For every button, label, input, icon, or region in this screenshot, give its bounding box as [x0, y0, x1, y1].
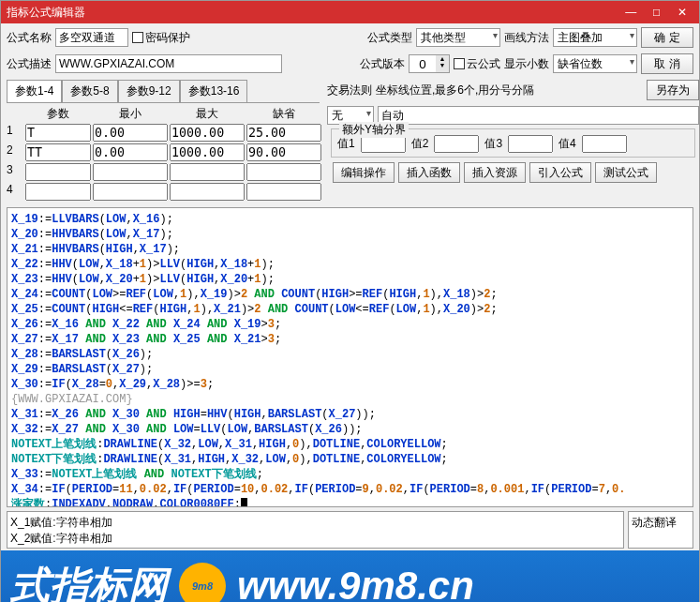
param-tabs: 参数1-4 参数5-8 参数9-12 参数13-16 [7, 80, 320, 103]
p4-name[interactable] [25, 183, 91, 201]
minimize-icon[interactable]: — [619, 1, 642, 23]
watermark-banner: 式指标网 9m8 www.9m8.cn [1, 550, 699, 602]
label-ruledesc: 坐标线位置,最多6个,用分号分隔 [376, 83, 643, 98]
p3-name[interactable] [25, 163, 91, 181]
maximize-icon[interactable]: □ [646, 1, 668, 23]
impf-button[interactable]: 引入公式 [529, 162, 591, 183]
tab-params-13-16[interactable]: 参数13-16 [180, 80, 248, 102]
hdr-max: 最大 [170, 106, 245, 122]
edit-button[interactable]: 编辑操作 [333, 162, 395, 183]
p2-name[interactable] [25, 143, 91, 161]
tab-params-9-12[interactable]: 参数9-12 [118, 80, 180, 102]
label-name: 公式名称 [7, 30, 52, 46]
v4-input[interactable] [582, 135, 627, 153]
param-grid: 参数 最小 最大 缺省 1 2 3 4 [1, 103, 320, 203]
p1-name[interactable] [25, 124, 91, 142]
dec-select[interactable]: 缺省位数 [553, 54, 637, 73]
saveas-button[interactable]: 另存为 [647, 80, 699, 100]
p3-max[interactable] [170, 163, 245, 181]
p1-def[interactable] [246, 124, 321, 142]
test-button[interactable]: 测试公式 [595, 162, 657, 183]
desc-input[interactable] [55, 54, 282, 73]
close-icon[interactable]: ✕ [671, 1, 693, 23]
v3-input[interactable] [508, 135, 553, 153]
window-controls: — □ ✕ [619, 1, 693, 23]
label-ver: 公式版本 [360, 56, 405, 72]
p1-min[interactable] [93, 124, 168, 142]
hdr-min: 最小 [93, 106, 168, 122]
hdr-name: 参数 [25, 106, 91, 122]
label-type: 公式类型 [367, 30, 412, 46]
window-title: 指标公式编辑器 [7, 1, 85, 23]
rule-input[interactable] [378, 106, 699, 125]
extra-y-fieldset: 额外Y轴分界 值1 值2 值3 值4 [331, 128, 695, 158]
p3-def[interactable] [246, 163, 321, 181]
formula-name-input[interactable] [55, 28, 128, 47]
pwd-checkbox[interactable]: 密码保护 [132, 30, 190, 46]
insfn-button[interactable]: 插入函数 [398, 162, 460, 183]
label-desc: 公式描述 [7, 56, 52, 72]
watermark-logo-icon: 9m8 [179, 563, 226, 602]
insres-button[interactable]: 插入资源 [464, 162, 526, 183]
p1-max[interactable] [170, 124, 245, 142]
p4-min[interactable] [93, 183, 168, 201]
p4-def[interactable] [246, 183, 321, 201]
version-spinner[interactable]: ▲▼ [409, 54, 450, 73]
p2-def[interactable] [246, 143, 321, 161]
cloud-checkbox[interactable]: 云公式 [454, 56, 500, 72]
tab-params-5-8[interactable]: 参数5-8 [62, 80, 117, 102]
p4-max[interactable] [170, 183, 245, 201]
tab-params-1-4[interactable]: 参数1-4 [7, 80, 62, 102]
title-bar: 指标公式编辑器 — □ ✕ [1, 1, 699, 23]
ok-button[interactable]: 确 定 [641, 27, 693, 48]
cancel-button[interactable]: 取 消 [641, 53, 693, 74]
label-dec: 显示小数 [504, 56, 549, 72]
v2-input[interactable] [434, 135, 479, 153]
translate-button[interactable]: 动态翻译 [628, 511, 693, 549]
p2-max[interactable] [170, 143, 245, 161]
label-rule: 交易法则 [327, 83, 372, 98]
label-draw: 画线方法 [504, 30, 549, 46]
code-editor[interactable]: X_19:=LLVBARS(LOW,X_16); X_20:=HHVBARS(L… [7, 207, 693, 507]
hdr-def: 缺省 [246, 106, 321, 122]
translation-output: X_1赋值:字符串相加 X_2赋值:字符串相加 [7, 511, 624, 549]
p3-min[interactable] [93, 163, 168, 181]
type-select[interactable]: 其他类型 [416, 28, 500, 47]
draw-select[interactable]: 主图叠加 [553, 28, 637, 47]
p2-min[interactable] [93, 143, 168, 161]
